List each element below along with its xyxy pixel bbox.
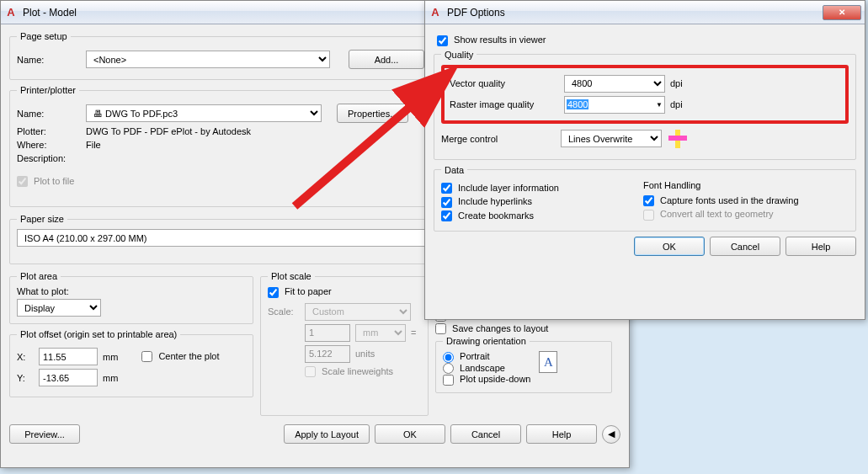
offset-x-input[interactable] [39, 348, 98, 365]
pdf-cancel-button[interactable]: Cancel [710, 237, 780, 256]
raster-quality-label: Raster image quality [450, 99, 559, 109]
plot-offset-group: Plot offset (origin set to printable are… [9, 329, 253, 397]
offset-y-label: Y: [17, 373, 34, 383]
data-group: Data Include layer information Include h… [434, 165, 856, 232]
printer-name-select[interactable]: 🖶 DWG To PDF.pc3 [86, 104, 322, 122]
where-label: Where: [17, 140, 81, 150]
paper-size-legend: Paper size [17, 214, 67, 224]
offset-x-label: X: [17, 352, 34, 362]
plot-scale-group: Plot scale Fit to paper Scale: Custom [260, 271, 429, 416]
orientation-icon: A [539, 351, 557, 373]
font-handling-label: Font Handling [643, 180, 799, 190]
scale-equals: = [411, 328, 416, 338]
center-plot-checkbox[interactable]: Center the plot [141, 351, 219, 363]
orientation-group: Drawing orientation Portrait Landscape P… [435, 336, 612, 393]
capture-fonts-checkbox[interactable]: Capture fonts used in the drawing [643, 195, 799, 207]
raster-quality-combobox[interactable]: 4800 ▼ [564, 96, 665, 114]
close-icon: ✕ [839, 8, 845, 17]
pdf-ok-button[interactable]: OK [634, 237, 705, 256]
scale-lineweights-checkbox: Scale lineweights [305, 366, 393, 378]
offset-y-unit: mm [103, 373, 118, 383]
chevron-left-icon: ◀ [608, 429, 615, 439]
landscape-radio[interactable]: Landscape [443, 363, 530, 375]
svg-rect-6 [675, 136, 680, 141]
create-bookmarks-checkbox[interactable]: Create bookmarks [441, 210, 626, 222]
printer-name-label: Name: [17, 109, 81, 119]
apply-layout-button[interactable]: Apply to Layout [284, 424, 370, 444]
scale-unit-select: mm [355, 324, 406, 342]
plot-offset-legend: Plot offset (origin set to printable are… [17, 329, 180, 339]
save-changes-checkbox[interactable]: Save changes to layout [435, 323, 612, 335]
portrait-radio[interactable]: Portrait [443, 351, 530, 363]
raster-dpi-label: dpi [670, 99, 683, 109]
include-layer-checkbox[interactable]: Include layer information [441, 183, 626, 194]
include-hyperlinks-checkbox[interactable]: Include hyperlinks [441, 196, 626, 208]
pdf-options-window: A PDF Options ✕ Show results in viewer Q… [424, 0, 865, 320]
close-button[interactable]: ✕ [823, 5, 861, 20]
raster-quality-value: 4800 [567, 99, 588, 109]
quality-legend: Quality [441, 50, 477, 60]
fit-to-paper-checkbox[interactable]: Fit to paper [268, 286, 332, 296]
vector-quality-select[interactable]: 4800 [564, 75, 665, 93]
merge-icon [667, 129, 689, 149]
show-results-checkbox[interactable]: Show results in viewer [437, 35, 546, 45]
page-setup-add-button[interactable]: Add... [349, 50, 424, 69]
plot-help-button[interactable]: Help [526, 424, 597, 444]
merge-control-select[interactable]: Lines Overwrite [561, 130, 662, 147]
pdf-help-button[interactable]: Help [785, 237, 856, 256]
preview-button[interactable]: Preview... [9, 424, 80, 444]
printer-legend: Printer/plotter [17, 85, 79, 95]
pdf-options-title: PDF Options [447, 7, 821, 19]
scale-label: Scale: [268, 306, 300, 317]
autocad-icon: A [4, 6, 18, 19]
orientation-legend: Drawing orientation [443, 336, 530, 346]
merge-control-label: Merge control [441, 134, 556, 144]
plot-area-group: Plot area What to plot: Display [9, 271, 253, 324]
what-to-plot-label: What to plot: [17, 286, 246, 296]
data-legend: Data [441, 165, 467, 175]
pdf-options-titlebar: A PDF Options ✕ [425, 1, 865, 24]
plotter-label: Plotter: [17, 126, 81, 136]
offset-x-unit: mm [103, 352, 118, 362]
quality-group: Quality Vector quality 4800 dpi Raster i… [434, 50, 856, 160]
plot-scale-legend: Plot scale [268, 271, 315, 281]
offset-y-input[interactable] [39, 369, 98, 386]
page-setup-name-select[interactable]: <None> [86, 51, 330, 68]
chevron-down-icon: ▼ [656, 101, 663, 109]
description-label: Description: [17, 153, 81, 163]
vector-quality-label: Vector quality [450, 78, 559, 88]
scale-drawing-input [305, 345, 350, 363]
plot-ok-button[interactable]: OK [375, 424, 445, 444]
expand-button[interactable]: ◀ [602, 425, 620, 444]
upside-down-checkbox[interactable]: Plot upside-down [443, 374, 530, 386]
plotter-value: DWG To PDF - PDF ePlot - by Autodesk [86, 126, 251, 136]
plot-to-file-checkbox: Plot to file [17, 176, 74, 188]
scale-unit-input [305, 324, 350, 342]
scale-select: Custom [305, 303, 411, 321]
units-label: units [355, 349, 375, 359]
convert-text-checkbox: Convert all text to geometry [643, 209, 799, 221]
autocad-icon: A [429, 6, 442, 19]
vector-dpi-label: dpi [670, 78, 683, 88]
plot-cancel-button[interactable]: Cancel [450, 424, 521, 444]
printer-properties-button[interactable]: Properties... [337, 104, 408, 123]
plot-area-legend: Plot area [17, 271, 61, 281]
page-setup-legend: Page setup [17, 31, 71, 41]
what-to-plot-select[interactable]: Display [17, 299, 101, 317]
page-setup-name-label: Name: [17, 55, 81, 65]
where-value: File [86, 140, 101, 150]
